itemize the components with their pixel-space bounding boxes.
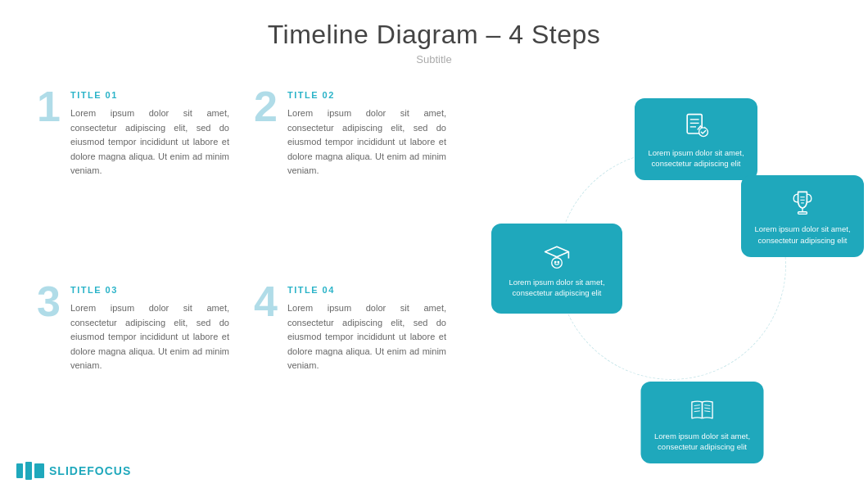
step-content-2: TITLE 02 Lorem ipsum dolor sit amet, con… (287, 90, 446, 178)
card-right-text: Lorem ipsum dolor sit amet, consectetur … (749, 224, 856, 246)
svg-point-7 (552, 257, 563, 268)
page-title: Timeline Diagram – 4 Steps (0, 0, 868, 50)
card-bottom-text: Lorem ipsum dolor sit amet, consectetur … (649, 431, 756, 453)
card-top-text: Lorem ipsum dolor sit amet, consectetur … (643, 147, 749, 169)
document-icon (681, 111, 711, 141)
step-title-1: TITLE 01 (70, 90, 229, 100)
trophy-icon (788, 188, 817, 217)
brand-second: FOCUS (87, 464, 131, 477)
svg-line-16 (694, 408, 700, 409)
step-text-3: Lorem ipsum dolor sit amet, consectetur … (70, 301, 229, 373)
step-content-3: TITLE 03 Lorem ipsum dolor sit amet, con… (70, 285, 229, 373)
step-text-2: Lorem ipsum dolor sit amet, consectetur … (287, 106, 446, 178)
svg-marker-5 (545, 246, 569, 257)
logo-rect-3 (34, 463, 44, 478)
right-diagram: Lorem ipsum dolor sit amet, consectetur … (475, 74, 868, 480)
brand-first: SLIDE (49, 464, 87, 477)
footer-brand: SLIDEFOCUS (49, 464, 131, 477)
svg-line-18 (704, 404, 710, 405)
step-block-3: 3 TITLE 03 Lorem ipsum dolor sit amet, c… (25, 277, 242, 472)
step-content-4: TITLE 04 Lorem ipsum dolor sit amet, con… (287, 285, 446, 373)
step-number-2: 2 (254, 85, 278, 128)
svg-line-19 (704, 408, 710, 409)
svg-line-15 (694, 404, 700, 405)
svg-point-9 (558, 261, 558, 262)
step-text-1: Lorem ipsum dolor sit amet, consectetur … (70, 106, 229, 178)
step-title-2: TITLE 02 (287, 90, 446, 100)
step-block-4: 4 TITLE 04 Lorem ipsum dolor sit amet, c… (242, 277, 459, 472)
logo-rect-1 (16, 463, 23, 478)
footer: SLIDEFOCUS (16, 462, 131, 480)
svg-point-8 (554, 261, 555, 262)
step-block-2: 2 TITLE 02 Lorem ipsum dolor sit amet, c… (242, 82, 459, 277)
book-icon (688, 395, 717, 424)
logo-icon (16, 462, 44, 480)
card-right: Lorem ipsum dolor sit amet, consectetur … (741, 175, 864, 257)
svg-rect-11 (798, 212, 807, 215)
step-title-4: TITLE 04 (287, 285, 446, 295)
svg-line-17 (694, 411, 700, 412)
step-number-4: 4 (254, 280, 278, 323)
step-title-3: TITLE 03 (70, 285, 229, 295)
card-center-left: Lorem ipsum dolor sit amet, consectetur … (491, 224, 622, 314)
logo-rect-2 (25, 462, 32, 480)
page-subtitle: Subtitle (0, 53, 868, 66)
step-number-1: 1 (37, 85, 61, 128)
step-block-1: 1 TITLE 01 Lorem ipsum dolor sit amet, c… (25, 82, 242, 277)
card-top: Lorem ipsum dolor sit amet, consectetur … (635, 98, 757, 180)
step-content-1: TITLE 01 Lorem ipsum dolor sit amet, con… (70, 90, 229, 178)
svg-line-20 (704, 411, 710, 412)
step-text-4: Lorem ipsum dolor sit amet, consectetur … (287, 301, 446, 373)
card-center-left-text: Lorem ipsum dolor sit amet, consectetur … (500, 277, 614, 299)
left-section: 1 TITLE 01 Lorem ipsum dolor sit amet, c… (0, 74, 475, 480)
step-number-3: 3 (37, 280, 61, 323)
graduate-icon (542, 241, 572, 270)
main-content: 1 TITLE 01 Lorem ipsum dolor sit amet, c… (0, 74, 868, 480)
card-bottom: Lorem ipsum dolor sit amet, consectetur … (641, 382, 764, 463)
